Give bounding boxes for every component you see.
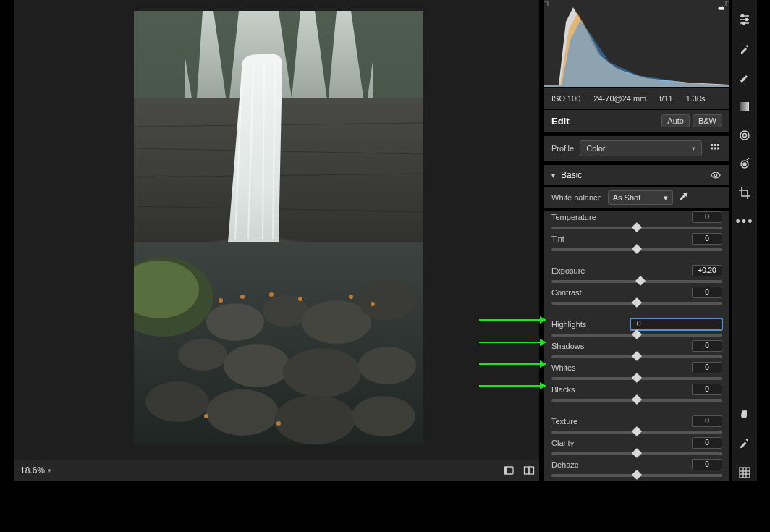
svg-point-33 xyxy=(219,298,223,303)
svg-rect-43 xyxy=(525,467,529,474)
grid-icon[interactable] xyxy=(737,465,753,481)
white-balance-value: As Shot xyxy=(613,193,641,202)
svg-rect-49 xyxy=(711,148,713,150)
svg-point-26 xyxy=(224,344,290,387)
zoom-selector[interactable]: 18.6% ▾ xyxy=(14,465,57,476)
profile-browser-icon[interactable] xyxy=(708,141,722,156)
view-mode-icon[interactable] xyxy=(499,460,519,481)
chevron-down-icon: ▾ xyxy=(692,145,695,152)
svg-rect-50 xyxy=(714,148,716,150)
slider-track-highlights[interactable] xyxy=(551,334,722,337)
slider-thumb-temperature[interactable] xyxy=(632,222,642,232)
slider-highlights: Highlights0 xyxy=(551,318,722,340)
profile-row: Profile Color ▾ xyxy=(544,136,729,161)
adjust-sliders-icon[interactable] xyxy=(737,12,753,28)
slider-thumb-texture[interactable] xyxy=(632,426,642,436)
slider-value-exposure[interactable]: +0.20 xyxy=(692,265,722,276)
slider-label-shadows: Shadows xyxy=(551,342,692,350)
svg-rect-59 xyxy=(740,102,749,111)
svg-line-64 xyxy=(747,158,749,160)
profile-label: Profile xyxy=(551,144,574,153)
slider-thumb-clarity[interactable] xyxy=(632,448,642,458)
annotation-arrow-blacks xyxy=(479,385,546,387)
svg-point-52 xyxy=(714,174,717,177)
slider-value-whites[interactable]: 0 xyxy=(692,362,722,373)
annotation-arrow-shadows xyxy=(479,342,546,343)
photo-canvas xyxy=(14,0,539,460)
slider-label-clarity: Clarity xyxy=(551,439,692,447)
slider-thumb-dehaze[interactable] xyxy=(632,470,642,480)
slider-thumb-tint[interactable] xyxy=(632,244,642,254)
slider-value-clarity[interactable]: 0 xyxy=(692,437,722,449)
slider-track-contrast[interactable] xyxy=(551,302,722,305)
slider-track-shadows[interactable] xyxy=(551,355,722,358)
slider-label-texture: Texture xyxy=(551,417,692,426)
svg-point-29 xyxy=(145,381,209,422)
slider-value-contrast[interactable]: 0 xyxy=(692,287,722,298)
gradient-icon[interactable] xyxy=(737,98,753,114)
white-balance-eyedropper-icon[interactable] xyxy=(679,191,689,204)
slider-value-blacks[interactable]: 0 xyxy=(692,384,722,395)
svg-point-56 xyxy=(741,14,743,17)
slider-value-shadows[interactable]: 0 xyxy=(692,340,722,352)
photo-preview[interactable] xyxy=(134,11,423,445)
hand-icon[interactable] xyxy=(737,407,753,423)
slider-track-exposure[interactable] xyxy=(551,280,722,283)
slider-track-whites[interactable] xyxy=(551,377,722,380)
slider-thumb-blacks[interactable] xyxy=(632,394,642,405)
basic-panel-body: Temperature0Tint0Exposure+0.20Contrast0H… xyxy=(544,211,729,481)
slider-label-blacks: Blacks xyxy=(551,385,692,394)
svg-rect-48 xyxy=(717,144,719,146)
slider-exposure: Exposure+0.20 xyxy=(551,265,722,287)
histogram[interactable] xyxy=(544,0,729,87)
svg-point-40 xyxy=(276,421,281,426)
svg-rect-42 xyxy=(504,467,507,474)
svg-point-27 xyxy=(283,348,361,397)
slider-value-highlights[interactable]: 0 xyxy=(630,318,722,330)
slider-thumb-exposure[interactable] xyxy=(635,276,646,286)
svg-point-37 xyxy=(349,295,353,299)
slider-label-exposure: Exposure xyxy=(551,266,692,275)
svg-point-39 xyxy=(204,414,208,418)
brush-icon[interactable] xyxy=(737,69,753,85)
slider-thumb-contrast[interactable] xyxy=(632,297,642,308)
color-picker-icon[interactable] xyxy=(737,436,753,452)
exif-strip: ISO 100 24-70@24 mm f/11 1.30s xyxy=(544,88,729,109)
slider-track-texture[interactable] xyxy=(551,431,722,434)
slider-track-dehaze[interactable] xyxy=(551,474,722,477)
profile-select[interactable]: Color ▾ xyxy=(580,140,702,156)
exif-aperture: f/11 xyxy=(659,94,672,103)
bw-button[interactable]: B&W xyxy=(693,114,722,127)
slider-value-texture[interactable]: 0 xyxy=(692,415,722,427)
white-balance-select[interactable]: As Shot ▾ xyxy=(608,190,673,205)
slider-track-temperature[interactable] xyxy=(551,227,722,229)
slider-thumb-highlights[interactable] xyxy=(632,329,642,339)
slider-temperature: Temperature0 xyxy=(551,211,722,233)
svg-point-32 xyxy=(352,396,415,436)
slider-blacks: Blacks0 xyxy=(551,384,722,405)
slider-texture: Texture0 xyxy=(551,415,722,437)
slider-track-clarity[interactable] xyxy=(551,452,722,455)
redeye-icon[interactable] xyxy=(737,156,753,172)
compare-icon[interactable] xyxy=(519,460,539,481)
svg-rect-44 xyxy=(530,467,534,474)
slider-value-temperature[interactable]: 0 xyxy=(692,211,722,223)
radial-filter-icon[interactable] xyxy=(737,127,753,143)
slider-value-tint[interactable]: 0 xyxy=(692,233,722,245)
slider-contrast: Contrast0 xyxy=(551,287,722,308)
slider-track-blacks[interactable] xyxy=(551,399,722,402)
slider-value-dehaze[interactable]: 0 xyxy=(692,459,722,470)
slider-thumb-whites[interactable] xyxy=(632,373,642,383)
section-visibility-eye-icon[interactable] xyxy=(709,169,722,182)
auto-button[interactable]: Auto xyxy=(661,114,690,127)
cloud-sync-icon[interactable] xyxy=(716,4,727,17)
more-tools-icon[interactable]: ••• xyxy=(736,214,754,229)
slider-clarity: Clarity0 xyxy=(551,437,722,459)
svg-point-38 xyxy=(371,302,375,306)
healing-brush-icon[interactable] xyxy=(737,41,753,56)
slider-track-tint[interactable] xyxy=(551,248,722,251)
crop-icon[interactable] xyxy=(737,185,753,201)
slider-thumb-shadows[interactable] xyxy=(632,351,642,361)
slider-label-contrast: Contrast xyxy=(551,288,692,297)
basic-section-header[interactable]: ▾ Basic xyxy=(544,165,729,185)
